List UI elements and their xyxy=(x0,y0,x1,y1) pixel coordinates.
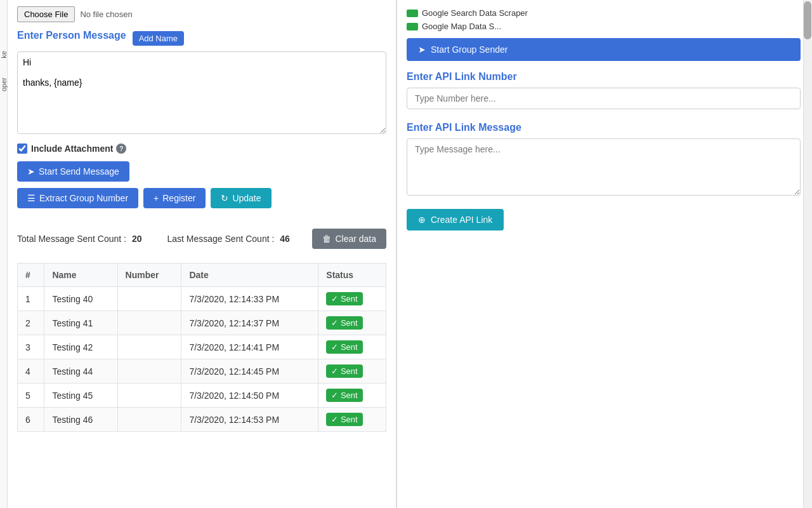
tool-chips: Google Search Data Scraper Google Map Da… xyxy=(407,6,801,33)
table-row: 1 Testing 40 7/3/2020, 12:14:33 PM ✓ Sen… xyxy=(18,287,386,311)
add-name-button[interactable]: Add Name xyxy=(133,31,184,46)
cell-number xyxy=(117,384,181,408)
tool-label-1: Google Search Data Scraper xyxy=(422,8,528,18)
sidebar-label-ke: ke xyxy=(0,51,8,58)
api-link-message-textarea[interactable] xyxy=(407,138,801,196)
table-row: 3 Testing 42 7/3/2020, 12:14:41 PM ✓ Sen… xyxy=(18,335,386,359)
cell-date: 7/3/2020, 12:14:53 PM xyxy=(181,408,318,432)
total-count-value: 20 xyxy=(132,234,142,244)
send-group-icon: ➤ xyxy=(418,44,426,55)
register-button[interactable]: + Register xyxy=(143,188,206,208)
right-scrollbar[interactable] xyxy=(803,0,812,508)
create-api-link-button[interactable]: ⊕ Create API Link xyxy=(407,209,504,231)
cell-status: ✓ Sent xyxy=(318,311,386,335)
include-attachment-label: Include Attachment xyxy=(31,144,113,154)
cell-name: Testing 41 xyxy=(44,311,117,335)
cell-id: 4 xyxy=(18,359,44,384)
api-link-number-label: Enter API Link Number xyxy=(407,71,801,83)
col-status: Status xyxy=(318,264,386,287)
tool-label-2: Google Map Data S... xyxy=(422,22,501,31)
table-row: 2 Testing 41 7/3/2020, 12:14:37 PM ✓ Sen… xyxy=(18,311,386,335)
table-row: 5 Testing 45 7/3/2020, 12:14:50 PM ✓ Sen… xyxy=(18,384,386,408)
cell-status: ✓ Sent xyxy=(318,408,386,432)
clear-data-button[interactable]: 🗑 Clear data xyxy=(312,229,386,249)
cell-status: ✓ Sent xyxy=(318,335,386,359)
cell-id: 2 xyxy=(18,311,44,335)
start-send-label: Start Send Message xyxy=(39,166,119,177)
status-badge: ✓ Sent xyxy=(326,292,362,305)
cell-date: 7/3/2020, 12:14:45 PM xyxy=(181,359,318,384)
cell-id: 3 xyxy=(18,335,44,359)
data-table: # Name Number Date Status 1 Testing 40 7… xyxy=(17,263,386,432)
cell-name: Testing 46 xyxy=(44,408,117,432)
cell-id: 1 xyxy=(18,287,44,311)
choose-file-button[interactable]: Choose File xyxy=(17,6,75,22)
send-icon: ➤ xyxy=(27,166,35,177)
person-message-label: Enter Person Message xyxy=(17,30,126,41)
include-attachment-checkbox[interactable] xyxy=(17,144,27,154)
action-buttons-row: ☰ Extract Group Number + Register ↻ Upda… xyxy=(17,188,386,208)
tool-chip-1: Google Search Data Scraper xyxy=(407,6,801,20)
status-badge: ✓ Sent xyxy=(326,340,362,354)
cell-number xyxy=(117,311,181,335)
cell-name: Testing 44 xyxy=(44,359,117,384)
attachment-row: Include Attachment ? xyxy=(17,144,386,154)
stats-row: Total Message Sent Count : 20 Last Messa… xyxy=(17,221,386,257)
start-send-message-button[interactable]: ➤ Start Send Message xyxy=(17,161,129,182)
cell-name: Testing 40 xyxy=(44,287,117,311)
table-row: 6 Testing 46 7/3/2020, 12:14:53 PM ✓ Sen… xyxy=(18,408,386,432)
no-file-label: No file chosen xyxy=(80,10,132,19)
api-link-message-label: Enter API Link Message xyxy=(407,122,801,133)
status-badge: ✓ Sent xyxy=(326,316,362,330)
refresh-icon: ↻ xyxy=(221,193,228,203)
last-count-value: 46 xyxy=(280,234,290,244)
sidebar-label-oper: oper xyxy=(0,77,8,91)
cell-number xyxy=(117,287,181,311)
cell-status: ✓ Sent xyxy=(318,384,386,408)
scrollbar-thumb xyxy=(804,1,811,39)
table-row: 4 Testing 44 7/3/2020, 12:14:45 PM ✓ Sen… xyxy=(18,359,386,384)
plus-icon: + xyxy=(154,193,159,203)
last-message-count: Last Message Sent Count : 46 xyxy=(167,234,289,244)
circle-plus-icon: ⊕ xyxy=(418,215,426,225)
cell-status: ✓ Sent xyxy=(318,359,386,384)
cell-number xyxy=(117,359,181,384)
cell-status: ✓ Sent xyxy=(318,287,386,311)
cell-id: 6 xyxy=(18,408,44,432)
cell-date: 7/3/2020, 12:14:41 PM xyxy=(181,335,318,359)
status-badge: ✓ Sent xyxy=(326,413,362,426)
status-badge: ✓ Sent xyxy=(326,389,362,402)
list-icon: ☰ xyxy=(27,193,36,203)
extract-group-number-button[interactable]: ☰ Extract Group Number xyxy=(17,188,138,208)
tool-icon-1 xyxy=(407,10,418,17)
cell-number xyxy=(117,335,181,359)
file-row: Choose File No file chosen xyxy=(17,6,386,22)
col-date: Date xyxy=(181,264,318,287)
cell-id: 5 xyxy=(18,384,44,408)
col-name: Name xyxy=(44,264,117,287)
message-textarea[interactable]: Hi thanks, {name} xyxy=(17,51,386,134)
total-message-count: Total Message Sent Count : 20 xyxy=(17,234,141,244)
cell-number xyxy=(117,408,181,432)
cell-date: 7/3/2020, 12:14:33 PM xyxy=(181,287,318,311)
api-link-number-input[interactable] xyxy=(407,88,801,109)
col-id: # xyxy=(18,264,44,287)
tool-chip-2: Google Map Data S... xyxy=(407,20,801,33)
cell-name: Testing 42 xyxy=(44,335,117,359)
trash-icon: 🗑 xyxy=(322,234,331,244)
status-badge: ✓ Sent xyxy=(326,364,362,378)
person-message-header: Enter Person Message Add Name xyxy=(17,30,386,46)
tool-icon-2 xyxy=(407,23,418,30)
help-icon[interactable]: ? xyxy=(116,144,126,154)
cell-date: 7/3/2020, 12:14:37 PM xyxy=(181,311,318,335)
cell-name: Testing 45 xyxy=(44,384,117,408)
update-button[interactable]: ↻ Update xyxy=(211,188,271,208)
start-group-sender-button[interactable]: ➤ Start Group Sender xyxy=(407,38,801,61)
col-number: Number xyxy=(117,264,181,287)
cell-date: 7/3/2020, 12:14:50 PM xyxy=(181,384,318,408)
